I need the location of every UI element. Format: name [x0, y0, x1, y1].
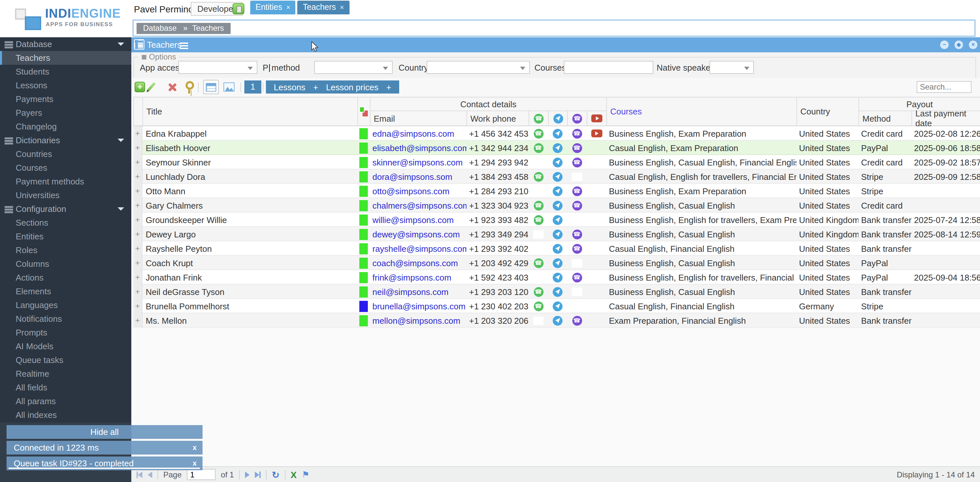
- row-expand-button[interactable]: +: [133, 212, 142, 227]
- sidebar-item-universities[interactable]: Universities: [0, 188, 131, 202]
- tab-close-icon[interactable]: ×: [286, 3, 290, 11]
- header-youtube[interactable]: [587, 111, 607, 126]
- maximize-button[interactable]: ◆: [955, 41, 963, 49]
- header-last-payment-date[interactable]: Last payment date: [912, 111, 980, 126]
- telegram-icon[interactable]: [553, 215, 563, 225]
- row-expand-button[interactable]: +: [133, 256, 142, 270]
- cell-email[interactable]: dora@simpsons.som: [370, 169, 466, 184]
- sidebar-item-prompts[interactable]: Prompts: [0, 326, 131, 340]
- table-row[interactable]: +Ms. Mellonmellon@simpsons.com+1 203 320…: [133, 313, 980, 328]
- viber-icon[interactable]: ☎: [572, 157, 582, 167]
- header-method[interactable]: Method: [859, 111, 912, 126]
- sidebar-item-payment-methods[interactable]: Payment methods: [0, 175, 131, 188]
- header-telegram[interactable]: [549, 111, 568, 126]
- telegram-icon[interactable]: [553, 129, 563, 138]
- table-row[interactable]: +Gary Chalmerschalmers@simpsons.com+1 32…: [133, 198, 980, 212]
- cell-email[interactable]: mellon@simpsons.com: [370, 313, 466, 328]
- table-row[interactable]: +Seymour Skinnerskinner@simpsons.com+1 2…: [133, 155, 980, 169]
- search-input[interactable]: [916, 81, 972, 93]
- table-row[interactable]: +Lunchlady Doradora@simpsons.som+1 384 2…: [133, 169, 980, 184]
- row-expand-button[interactable]: +: [133, 155, 142, 169]
- row-expand-button[interactable]: +: [133, 184, 142, 198]
- table-row[interactable]: +Elisabeth Hooverelisabeth@simpsons.com+…: [133, 140, 980, 155]
- sidebar-item-payers[interactable]: Payers: [0, 106, 131, 120]
- chevron-down-icon[interactable]: [118, 43, 124, 46]
- table-row[interactable]: +Brunella Pommelhorstbrunella@simpsons.c…: [133, 299, 980, 313]
- header-status[interactable]: [358, 97, 371, 126]
- row-expand-button[interactable]: +: [133, 140, 142, 155]
- header-title[interactable]: Title: [143, 97, 358, 126]
- telegram-icon[interactable]: [553, 316, 563, 326]
- chevron-down-icon[interactable]: [118, 207, 124, 211]
- header-work-phone[interactable]: Work phone: [467, 111, 529, 126]
- table-row[interactable]: +Coach Kruptcoach@simpsons.com+1 203 492…: [133, 256, 980, 270]
- cell-email[interactable]: dewey@simpsons.com: [370, 227, 466, 241]
- country-select[interactable]: [426, 61, 530, 74]
- telegram-icon[interactable]: [553, 186, 563, 196]
- table-row[interactable]: +Otto Mannotto@simpsons.com+1 284 293 21…: [133, 184, 980, 198]
- sidebar-item-all-indexes[interactable]: All indexes: [0, 408, 131, 422]
- role-apply-icon[interactable]: [232, 3, 244, 14]
- sidebar-item-entities[interactable]: Entities: [0, 230, 131, 243]
- first-page-button[interactable]: [137, 471, 142, 478]
- whatsapp-icon[interactable]: ☎: [533, 215, 543, 225]
- minimize-button[interactable]: −: [940, 41, 949, 49]
- sidebar-item-students[interactable]: Students: [0, 65, 131, 78]
- cell-email[interactable]: otto@simpsons.com: [370, 184, 466, 198]
- sidebar-item-languages[interactable]: Languages: [0, 298, 131, 312]
- telegram-icon[interactable]: [553, 200, 563, 210]
- viber-icon[interactable]: ☎: [572, 200, 582, 210]
- row-expand-button[interactable]: +: [133, 241, 142, 256]
- last-page-button[interactable]: [255, 471, 261, 478]
- window-titlebar[interactable]: Teachers − ◆ ×: [131, 37, 980, 52]
- add-button[interactable]: [135, 82, 145, 92]
- header-email[interactable]: Email: [371, 111, 467, 126]
- tab-close-icon[interactable]: ×: [340, 3, 344, 11]
- whatsapp-icon[interactable]: ☎: [533, 172, 543, 182]
- window-menu-icon[interactable]: [180, 43, 188, 44]
- whatsapp-icon[interactable]: ☎: [533, 129, 543, 138]
- excel-export-icon[interactable]: X: [291, 469, 297, 480]
- hide-all-button[interactable]: Hide all: [6, 425, 202, 439]
- page-1-button[interactable]: 1: [244, 80, 261, 94]
- row-expand-button[interactable]: +: [133, 198, 142, 212]
- edit-pencil-icon[interactable]: [147, 82, 156, 91]
- cell-email[interactable]: rayshelle@simpsons.com: [370, 241, 466, 256]
- viber-icon[interactable]: ☎: [572, 244, 582, 254]
- sidebar-item-teachers[interactable]: Teachers: [0, 51, 131, 65]
- row-expand-button[interactable]: +: [133, 299, 142, 313]
- sidebar-item-changelog[interactable]: Changelog: [0, 120, 131, 133]
- notification-bar[interactable]: Connected in 1223 msx: [6, 441, 202, 455]
- viber-icon[interactable]: ☎: [572, 186, 582, 196]
- sidebar-item-countries[interactable]: Countries: [0, 147, 131, 161]
- viber-icon[interactable]: ☎: [572, 272, 582, 282]
- row-expand-button[interactable]: +: [133, 313, 142, 328]
- sidebar-item-sections[interactable]: Sections: [0, 216, 131, 230]
- header-viber[interactable]: ☎: [568, 111, 587, 126]
- whatsapp-icon[interactable]: ☎: [533, 258, 543, 268]
- add-lessons-icon[interactable]: +: [313, 82, 318, 92]
- table-row[interactable]: +Groundskeeper Williewillie@simpsons.com…: [133, 212, 980, 227]
- refresh-icon[interactable]: ↻: [272, 469, 279, 480]
- cell-email[interactable]: edna@simpsons.com: [370, 126, 466, 140]
- table-row[interactable]: +Rayshelle Peytonrayshelle@simpsons.com+…: [133, 241, 980, 256]
- cell-email[interactable]: skinner@simpsons.com: [370, 155, 466, 169]
- telegram-icon[interactable]: [553, 229, 563, 239]
- sidebar-item-courses[interactable]: Courses: [0, 161, 131, 175]
- cell-email[interactable]: brunella@simpsons.com: [370, 299, 466, 313]
- table-view-button[interactable]: [203, 80, 219, 94]
- telegram-icon[interactable]: [553, 244, 563, 254]
- breadcrumb[interactable]: Database»Teachers: [137, 23, 231, 34]
- sidebar-item-ai-models[interactable]: AI Models: [0, 340, 131, 353]
- viber-icon[interactable]: ☎: [572, 129, 582, 138]
- sidebar-item-actions[interactable]: Actions: [0, 271, 131, 284]
- app-access-select[interactable]: [178, 61, 258, 74]
- telegram-icon[interactable]: [553, 301, 563, 311]
- whatsapp-icon[interactable]: ☎: [533, 301, 543, 311]
- viber-icon[interactable]: ☎: [572, 143, 582, 153]
- cell-email[interactable]: elisabeth@simpsons.com: [370, 140, 466, 155]
- row-expand-button[interactable]: +: [133, 270, 142, 284]
- viber-icon[interactable]: ☎: [572, 316, 582, 326]
- telegram-icon[interactable]: [553, 272, 563, 282]
- sidebar-item-all-fields[interactable]: All fields: [0, 381, 131, 394]
